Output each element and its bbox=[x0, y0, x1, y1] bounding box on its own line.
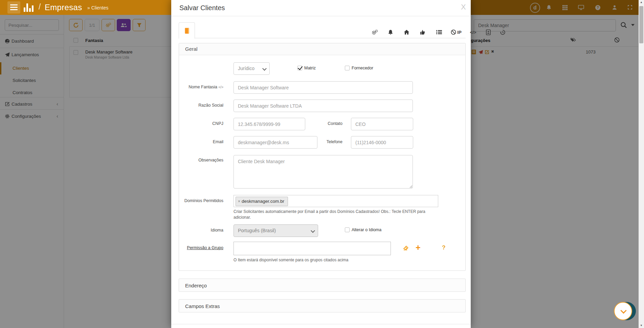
chevron-down-icon bbox=[262, 66, 267, 71]
modal-backdrop-right[interactable] bbox=[471, 0, 639, 328]
chevron-down-icon bbox=[311, 228, 315, 233]
tab-lista[interactable] bbox=[433, 26, 445, 38]
modal-backdrop-left[interactable] bbox=[0, 15, 171, 328]
nome-fantasia-label: Nome Fantasia </> bbox=[176, 85, 223, 89]
alterar-idioma-label: Alterar o Idioma bbox=[352, 227, 381, 232]
contato-input[interactable] bbox=[351, 118, 413, 130]
cogs-icon bbox=[372, 29, 378, 35]
permissao-grupo-label[interactable]: Permissão a Grupo bbox=[176, 245, 223, 250]
code-icon: </> bbox=[470, 30, 476, 35]
id-card-icon bbox=[486, 29, 491, 35]
breadcrumb-module[interactable]: Empresas bbox=[45, 3, 82, 12]
razao-social-input[interactable] bbox=[234, 100, 413, 112]
telefone-label: Telefone bbox=[295, 139, 342, 144]
hamburger-menu-button[interactable] bbox=[7, 1, 20, 14]
telefone-input[interactable] bbox=[351, 136, 413, 149]
idioma-select[interactable]: Português (Brasil) bbox=[234, 224, 318, 237]
geral-panel-header[interactable]: Geral bbox=[179, 43, 465, 55]
modal-close-button[interactable]: X bbox=[461, 3, 466, 12]
scrollbar-down-arrow[interactable]: ▼ bbox=[639, 323, 644, 328]
page-scrollbar[interactable]: ▲ ▼ bbox=[639, 0, 644, 328]
tab-contatos[interactable] bbox=[483, 26, 494, 38]
breadcrumb-section: » Clientes bbox=[87, 5, 108, 10]
book-icon bbox=[184, 28, 190, 34]
salvar-clientes-modal: Salvar Clientes X bbox=[171, 0, 471, 328]
code-suffix: </> bbox=[219, 85, 223, 89]
fornecedor-checkbox[interactable] bbox=[345, 66, 350, 70]
tab-api-code[interactable]: </> bbox=[466, 26, 480, 38]
observacoes-label: Observações bbox=[176, 158, 223, 162]
dominios-tag-input[interactable]: ×deskmanager.com.br bbox=[234, 195, 438, 207]
permissao-help-text: O Item estará disponível somente para os… bbox=[234, 257, 437, 263]
history-icon bbox=[500, 29, 506, 35]
permissao-grupo-input[interactable] bbox=[234, 242, 391, 255]
email-label: Email bbox=[176, 139, 223, 144]
endereco-section-header[interactable]: Endereço bbox=[179, 279, 466, 292]
list-icon bbox=[436, 30, 442, 35]
observacoes-textarea[interactable]: Cliente Desk Manager bbox=[234, 155, 413, 189]
modal-title: Salvar Clientes bbox=[179, 4, 225, 12]
tipo-pessoa-select[interactable]: Jurídico bbox=[234, 62, 270, 75]
ban-icon bbox=[451, 29, 456, 35]
scroll-down-button[interactable] bbox=[614, 302, 632, 320]
desk-manager-app: / Empresas » Clientes d ? Dashb bbox=[0, 0, 644, 328]
tab-enderecos[interactable] bbox=[401, 26, 412, 38]
razao-social-label: Razão Social bbox=[176, 103, 223, 108]
campos-extras-section-header[interactable]: Campos Extras bbox=[179, 299, 466, 312]
breadcrumb-separator: / bbox=[39, 2, 41, 12]
tab-configuracoes[interactable] bbox=[369, 26, 380, 38]
fornecedor-label: Fornecedor bbox=[352, 66, 373, 70]
tab-historico[interactable] bbox=[497, 26, 508, 38]
tab-notificacoes[interactable] bbox=[385, 26, 396, 38]
matriz-label: Matriz bbox=[304, 66, 316, 70]
help-question-icon[interactable]: ? bbox=[442, 244, 445, 251]
matriz-checkbox[interactable] bbox=[297, 66, 302, 70]
contato-label: Contato bbox=[295, 121, 342, 126]
alterar-idioma-checkbox[interactable] bbox=[345, 227, 350, 232]
add-group-plus-icon[interactable]: + bbox=[416, 243, 421, 253]
tab-geral[interactable] bbox=[179, 22, 195, 39]
dominios-help-text: Criar Solicitantes automaticamente por E… bbox=[234, 209, 437, 221]
domain-tag: ×deskmanager.com.br bbox=[236, 197, 288, 206]
dominios-label: Domínios Permitidos bbox=[176, 198, 223, 203]
tab-avaliacoes[interactable] bbox=[417, 26, 428, 38]
scrollbar-up-arrow[interactable]: ▲ bbox=[639, 0, 644, 5]
nome-fantasia-input[interactable] bbox=[234, 81, 413, 94]
bell-icon bbox=[388, 29, 393, 35]
thumbs-up-icon bbox=[420, 29, 425, 35]
cnpj-label: CNPJ bbox=[176, 121, 223, 126]
idioma-label: Idioma bbox=[176, 228, 223, 233]
eraser-icon[interactable] bbox=[403, 244, 410, 250]
scrollbar-thumb[interactable] bbox=[639, 6, 643, 43]
home-icon bbox=[404, 29, 409, 35]
tag-remove-icon[interactable]: × bbox=[238, 199, 240, 204]
chevron-down-icon bbox=[620, 307, 626, 313]
cnpj-input[interactable] bbox=[234, 118, 305, 130]
tab-bloqueio-ip[interactable]: IP bbox=[447, 26, 465, 38]
brand-logo-icon[interactable] bbox=[24, 3, 35, 12]
